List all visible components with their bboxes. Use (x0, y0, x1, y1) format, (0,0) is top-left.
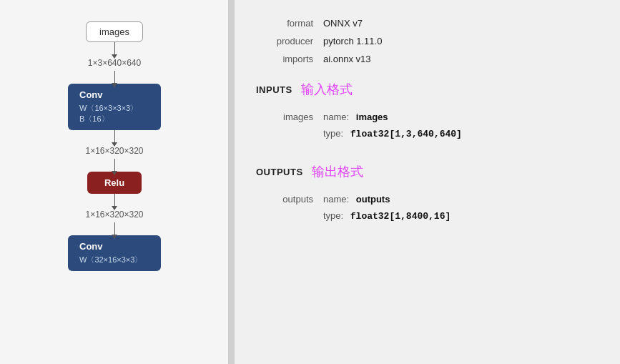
arrow-1 (114, 42, 115, 55)
meta-value-producer: pytorch 1.11.0 (323, 36, 382, 46)
output-type-value: float32[1,8400,16] (350, 211, 451, 222)
inputs-section-header: INPUTS 输入格式 (256, 81, 599, 98)
meta-label-imports: imports (256, 54, 313, 64)
output-type-key: type: (323, 210, 343, 221)
node-conv-2[interactable]: Conv W〈32×16×3×3〉 (68, 235, 161, 271)
conv-2-title: Conv (79, 241, 149, 252)
input-detail-block: name: images type: float32[1,3,640,640] (323, 109, 462, 142)
meta-value-imports: ai.onnx v13 (323, 54, 371, 64)
output-key-label: outputs (256, 194, 313, 205)
panel-divider (229, 0, 235, 364)
arrow-1b (114, 71, 115, 84)
info-panel: format ONNX v7 producer pytorch 1.11.0 i… (235, 0, 620, 364)
meta-value-format: ONNX v7 (323, 18, 363, 29)
meta-table: format ONNX v7 producer pytorch 1.11.0 i… (256, 14, 599, 68)
arrow-2b (114, 159, 115, 172)
conv-1-param-0: W〈16×3×3×3〉 (79, 103, 149, 114)
edge-label-1: 1×3×640×640 (88, 58, 141, 68)
input-name-row: name: images (323, 109, 462, 125)
output-type-row: type: float32[1,8400,16] (323, 207, 451, 225)
relu-title: Relu (104, 177, 124, 188)
input-key-label: images (256, 112, 313, 122)
outputs-section-title-zh: 输出格式 (312, 163, 363, 180)
input-type-row: type: float32[1,3,640,640] (323, 125, 462, 142)
outputs-section-label: OUTPUTS (256, 167, 303, 177)
meta-row-producer: producer pytorch 1.11.0 (256, 32, 599, 50)
input-type-key: type: (323, 128, 343, 139)
inputs-section-label: INPUTS (256, 84, 292, 95)
graph-panel: images 1×3×640×640 Conv W〈16×3×3×3〉 B〈16… (0, 0, 229, 364)
inputs-section-title-zh: 输入格式 (301, 81, 353, 98)
meta-row-imports: imports ai.onnx v13 (256, 50, 599, 68)
conv-2-param-0: W〈32×16×3×3〉 (79, 255, 149, 265)
meta-label-format: format (256, 18, 313, 29)
output-name-row: name: outputs (323, 191, 451, 207)
input-name-key: name: (323, 112, 349, 122)
graph-container: images 1×3×640×640 Conv W〈16×3×3×3〉 B〈16… (0, 7, 229, 271)
node-images-label: images (99, 26, 129, 37)
node-row-images: images 1×3×640×640 Conv W〈16×3×3×3〉 B〈16… (0, 7, 229, 271)
output-name-value: outputs (356, 194, 390, 205)
input-key-row: images name: images type: float32[1,3,64… (256, 105, 599, 146)
edge-label-3: 1×16×320×320 (85, 210, 143, 220)
edge-label-2: 1×16×320×320 (85, 146, 143, 156)
outputs-section-header: OUTPUTS 输出格式 (256, 163, 599, 180)
output-detail-block: name: outputs type: float32[1,8400,16] (323, 191, 451, 225)
input-type-value: float32[1,3,640,640] (350, 129, 462, 139)
conv-1-param-1: B〈16〉 (79, 114, 149, 124)
output-key-row: outputs name: outputs type: float32[1,84… (256, 187, 599, 228)
input-name-value: images (356, 112, 388, 122)
arrow-2 (114, 130, 115, 143)
conv-1-title: Conv (79, 89, 149, 100)
node-images[interactable]: images (86, 21, 143, 42)
meta-row-format: format ONNX v7 (256, 14, 599, 32)
meta-label-producer: producer (256, 36, 313, 46)
arrow-3 (114, 194, 115, 207)
node-conv-1[interactable]: Conv W〈16×3×3×3〉 B〈16〉 (68, 84, 161, 130)
arrow-3b (114, 222, 115, 235)
output-name-key: name: (323, 194, 349, 205)
